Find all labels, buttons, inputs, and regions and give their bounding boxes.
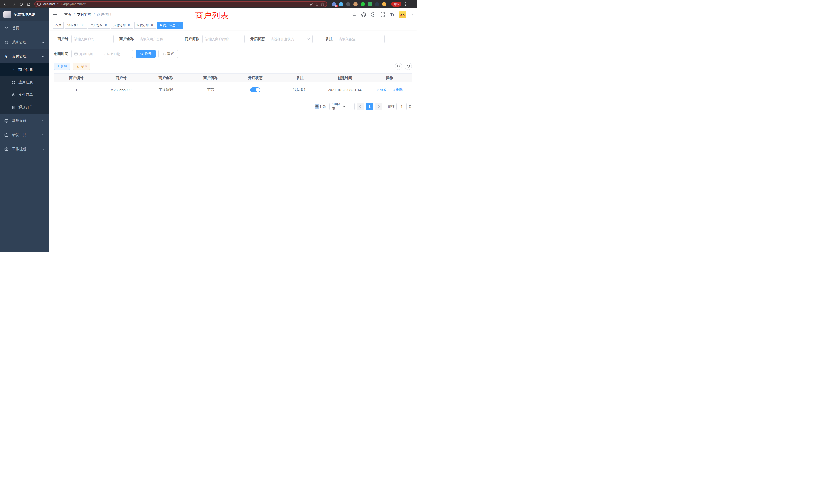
prev-page-button[interactable] (357, 103, 364, 110)
full-name-input[interactable] (140, 37, 176, 41)
sidebar-item-home[interactable]: 首页 (0, 21, 49, 35)
refresh-table-button[interactable] (405, 63, 412, 70)
github-button[interactable] (361, 12, 367, 18)
download-icon (76, 65, 79, 68)
share-icon[interactable] (315, 2, 319, 6)
date-range-picker[interactable]: - (71, 50, 133, 58)
user-avatar[interactable] (399, 11, 407, 19)
hamburger-icon (53, 13, 59, 17)
export-button[interactable]: 导出 (73, 63, 90, 70)
monitor-icon (4, 119, 8, 123)
tab-home[interactable]: 首页 (53, 22, 64, 29)
total-unit: 条 (323, 104, 326, 109)
site-info-icon[interactable] (37, 2, 41, 6)
browser-back-button[interactable] (3, 1, 9, 7)
page-size-select[interactable]: 10条/页 (329, 103, 355, 110)
close-icon[interactable] (127, 24, 131, 27)
cell-full-name: 芋道源码 (144, 83, 188, 97)
profile-avatar-icon[interactable] (382, 2, 387, 6)
help-button[interactable] (370, 12, 376, 18)
extension-icon-3[interactable] (346, 2, 351, 6)
sidebar-item-pay-order[interactable]: 支付订单 (0, 89, 49, 101)
sidebar-item-merchant-info[interactable]: 商户信息 (0, 63, 49, 76)
page-annotation: 商户列表 (195, 10, 229, 21)
toolbox-icon (4, 133, 8, 137)
breadcrumb-separator: / (94, 13, 95, 17)
merchant-no-input[interactable] (74, 37, 111, 41)
breadcrumb-home[interactable]: 首页 (64, 12, 71, 17)
sidebar-item-label: 商户信息 (19, 68, 33, 72)
font-size-icon-small (393, 13, 394, 18)
extension-icon-5[interactable] (360, 2, 365, 6)
bookmark-star-icon[interactable] (321, 2, 324, 6)
sidebar-item-dev-tools[interactable]: 研发工具 (0, 128, 49, 142)
date-end-input[interactable] (107, 52, 130, 56)
status-select[interactable] (268, 35, 313, 43)
status-select-input[interactable] (271, 37, 306, 41)
remark-input[interactable] (339, 37, 382, 41)
search-button-label: 搜索 (145, 51, 152, 56)
sidebar-toggle-button[interactable] (53, 13, 59, 17)
tab-pay-order[interactable]: 支付订单 (111, 22, 133, 29)
password-key-icon[interactable] (310, 2, 313, 6)
trash-icon (392, 88, 395, 91)
add-button[interactable]: 新增 (54, 63, 70, 70)
reset-button[interactable]: 重置 (158, 50, 178, 58)
browser-menu-button[interactable] (405, 2, 406, 6)
chrome-update-button[interactable]: 更新 (391, 2, 401, 7)
browser-forward-button[interactable] (10, 1, 17, 7)
font-size-button[interactable] (389, 12, 395, 18)
tab-user-group[interactable]: 用户分组 (88, 22, 110, 29)
fullscreen-button[interactable] (380, 12, 386, 18)
reset-button-label: 重置 (167, 51, 174, 56)
sidebar-item-payment[interactable]: ¥ 支付管理 (0, 49, 49, 63)
sidebar-item-refund-order[interactable]: 退款订单 (0, 101, 49, 114)
date-start-input[interactable] (79, 52, 103, 56)
merchant-card-icon (12, 68, 16, 72)
search-button[interactable]: 搜索 (136, 50, 156, 58)
page-content: 商户号 商户全称 商户简称 开启状态 (49, 30, 417, 252)
cell-merchant-no: M233666999 (98, 83, 143, 97)
edit-link[interactable]: 修改 (376, 88, 387, 92)
short-name-input[interactable] (205, 37, 242, 41)
status-toggle[interactable] (250, 87, 260, 92)
tab-process-form[interactable]: 流程表单 (65, 22, 87, 29)
add-button-label: 新增 (61, 64, 67, 69)
tab-label: 流程表单 (67, 23, 80, 27)
extension-icon-6[interactable] (368, 2, 372, 6)
calendar-icon (74, 52, 78, 56)
sidebar-item-app-info[interactable]: 应用信息 (0, 76, 49, 89)
tab-refund-order[interactable]: 退款订单 (134, 22, 156, 29)
close-icon[interactable] (150, 24, 154, 27)
sidebar-item-infrastructure[interactable]: 基础设施 (0, 114, 49, 128)
sidebar-item-system[interactable]: 系统管理 (0, 35, 49, 49)
cell-remark: 我是备注 (278, 83, 322, 97)
breadcrumb-payment[interactable]: 支付管理 (77, 12, 91, 17)
header-search-button[interactable] (351, 12, 357, 18)
goto-page-input[interactable] (396, 103, 407, 110)
close-icon[interactable] (81, 24, 85, 27)
url-host: localhost (43, 2, 55, 6)
tab-merchant-info[interactable]: 商户信息 (157, 22, 182, 29)
extension-icon-1[interactable]: 10 (332, 2, 336, 6)
browser-home-button[interactable] (26, 1, 32, 7)
close-icon[interactable] (177, 24, 180, 27)
document-icon (12, 106, 16, 109)
next-page-button[interactable] (375, 103, 382, 110)
avatar-dropdown-caret-icon[interactable] (410, 14, 413, 16)
page-1-button[interactable]: 1 (366, 103, 373, 110)
delete-link[interactable]: 删除 (392, 88, 403, 92)
col-full-name: 商户全称 (144, 74, 188, 83)
extension-icon-2[interactable] (339, 2, 343, 6)
browser-reload-button[interactable] (18, 1, 24, 7)
sidebar-logo[interactable]: 芋道管理系统 (0, 8, 49, 21)
sidebar-item-workflow[interactable]: 工作流程 (0, 142, 49, 156)
field-short-name: 商户简称 (185, 35, 245, 43)
extension-icon-4[interactable] (353, 2, 358, 6)
close-icon[interactable] (104, 24, 108, 27)
extension-icon-7[interactable] (375, 2, 379, 6)
app-frame: 芋道管理系统 首页 系统管理 ¥ 支付管理 (0, 8, 417, 252)
address-bar[interactable]: localhost:1024/pay/merchant (35, 1, 327, 7)
toggle-search-button[interactable] (395, 63, 402, 70)
forward-arrow-icon (11, 2, 16, 6)
